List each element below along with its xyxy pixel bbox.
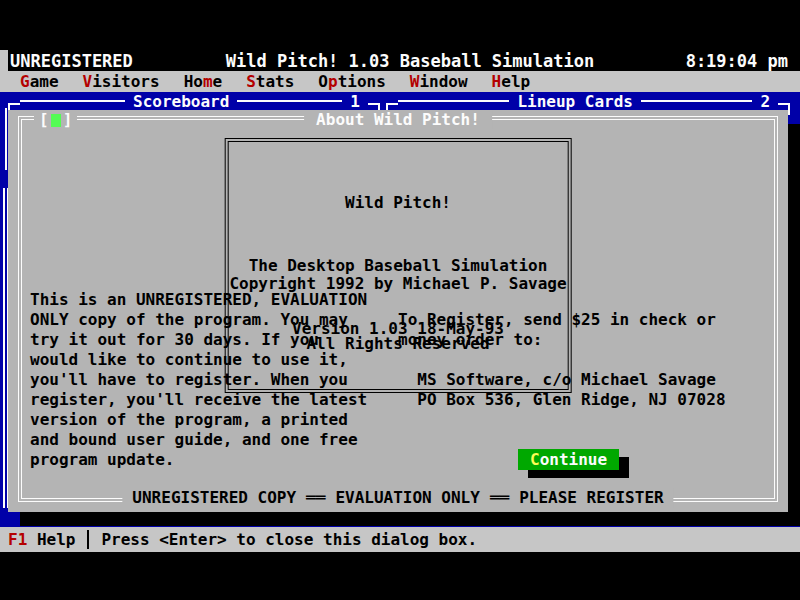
menu-options-pre: O: [318, 72, 328, 91]
version-box: Wild Pitch! The Desktop Baseball Simulat…: [225, 138, 572, 393]
menu-home-post: e: [213, 72, 223, 91]
app-title: Wild Pitch! 1.03 Baseball Simulation: [220, 51, 600, 71]
window-lineup-cards-number: 2: [752, 92, 778, 111]
menu-stats[interactable]: Stats: [246, 72, 294, 91]
help-bar: F1 Help Press <Enter> to close this dial…: [0, 527, 800, 552]
menu-bar: Game Visitors Home Stats Options Window …: [0, 71, 800, 92]
menu-game[interactable]: Game: [20, 72, 59, 91]
continue-button-hotkey: C: [530, 450, 540, 469]
menu-stats-post: tats: [256, 72, 295, 91]
continue-button-rest: ontinue: [540, 450, 607, 469]
border-line: [398, 100, 509, 102]
close-bracket-right: ]: [63, 111, 73, 129]
help-key[interactable]: F1: [8, 530, 27, 549]
status-evaluation: EVALUATION ONLY: [335, 488, 480, 508]
menu-visitors[interactable]: Visitors: [83, 72, 160, 91]
menu-visitors-post: isitors: [92, 72, 159, 91]
status-separator: ══: [306, 488, 325, 508]
menu-window[interactable]: Window: [410, 72, 468, 91]
continue-button[interactable]: Continue: [518, 449, 619, 470]
status-register: PLEASE REGISTER: [519, 488, 664, 508]
product-name: Wild Pitch!: [249, 192, 548, 213]
menu-options[interactable]: Options: [318, 72, 385, 91]
menu-visitors-hotkey: V: [83, 72, 93, 91]
menu-home-pre: Ho: [184, 72, 203, 91]
menu-help[interactable]: Help: [492, 72, 531, 91]
help-message: Press <Enter> to close this dialog box.: [101, 530, 477, 549]
menu-window-post: indow: [419, 72, 467, 91]
about-dialog: [ ] About Wild Pitch! Wild Pitch! The De…: [8, 110, 788, 512]
close-box-icon: [51, 114, 61, 127]
menu-options-post: tions: [338, 72, 386, 91]
menu-home[interactable]: Home: [184, 72, 223, 91]
status-separator: ══: [490, 488, 509, 508]
border-line: [3, 188, 5, 508]
border-line: [237, 100, 342, 102]
window-scoreboard-number: 1: [342, 92, 368, 111]
menu-game-hotkey: G: [20, 72, 30, 91]
menu-options-hotkey: p: [328, 72, 338, 91]
menu-help-hotkey: H: [492, 72, 502, 91]
window-lineup-cards-title: Lineup Cards: [509, 92, 641, 111]
menu-game-post: ame: [30, 72, 59, 91]
product-tagline: The Desktop Baseball Simulation: [249, 255, 548, 276]
menu-window-hotkey: W: [410, 72, 420, 91]
status-unregistered: UNREGISTERED COPY: [132, 488, 296, 508]
menu-help-post: elp: [501, 72, 530, 91]
product-version: Version 1.03 18-May-93: [249, 318, 548, 339]
close-bracket-left: [: [39, 111, 49, 129]
border-line: [5, 108, 7, 170]
dialog-close-button[interactable]: [ ]: [34, 111, 77, 129]
help-key-label: Help: [27, 530, 75, 549]
dialog-status-line: UNREGISTERED COPY ══ EVALUATION ONLY ══ …: [122, 488, 673, 508]
clock: 8:19:04 pm: [600, 51, 800, 71]
border-line: [641, 100, 752, 102]
registration-status: UNREGISTERED: [0, 51, 220, 71]
menu-stats-hotkey: S: [246, 72, 256, 91]
help-bar-divider: [87, 530, 89, 549]
dialog-title: About Wild Pitch!: [304, 111, 492, 129]
window-lineup-cards-titlebar[interactable]: Lineup Cards 2: [386, 92, 790, 110]
window-scoreboard-title: Scoreboard: [125, 92, 237, 111]
border-line: [20, 100, 125, 102]
app-title-bar: UNREGISTERED Wild Pitch! 1.03 Baseball S…: [0, 50, 800, 71]
window-scoreboard-titlebar[interactable]: Scoreboard 1: [8, 92, 380, 110]
menu-home-hotkey: m: [203, 72, 213, 91]
